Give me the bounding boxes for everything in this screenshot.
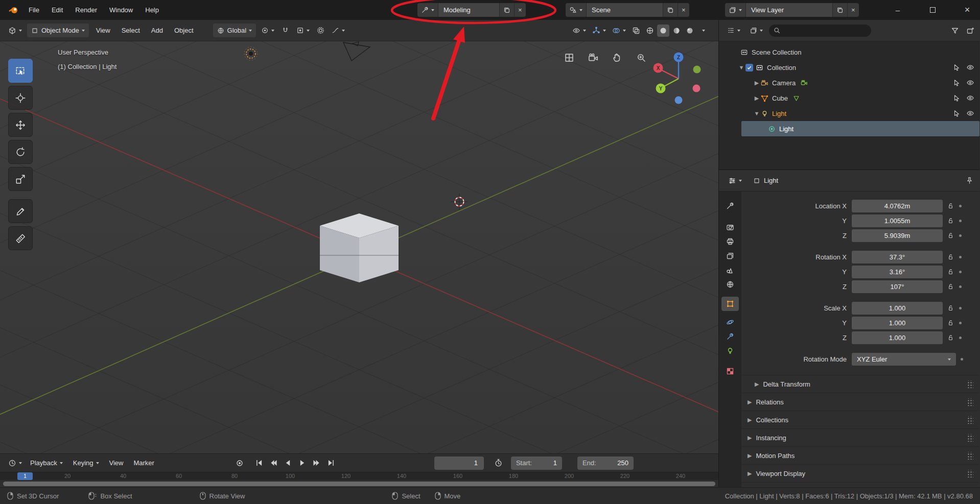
menu-edit[interactable]: Edit: [45, 0, 69, 20]
visibility-eye-icon[interactable]: [966, 94, 974, 102]
search-input[interactable]: [783, 27, 860, 34]
stopwatch-icon[interactable]: [494, 459, 503, 467]
tab-scene[interactable]: [721, 263, 739, 277]
animate-dot[interactable]: [959, 322, 962, 324]
panel-delta-transform[interactable]: ▶ Delta Transform: [741, 375, 979, 393]
scale-z-input[interactable]: 1.000: [852, 331, 943, 344]
selectable-icon[interactable]: [953, 110, 960, 117]
outliner-row-camera[interactable]: ▶ Camera: [719, 75, 979, 90]
visibility-eye-icon[interactable]: [966, 63, 974, 71]
selectable-icon[interactable]: [953, 64, 960, 71]
window-close-button[interactable]: ×: [962, 5, 973, 15]
current-frame-field[interactable]: 1: [434, 457, 484, 470]
3d-viewport[interactable]: Z X Y User Perspective (1) Collection | …: [0, 41, 718, 453]
lock-open-icon[interactable]: [947, 203, 954, 209]
tab-world[interactable]: [721, 277, 739, 292]
lock-open-icon[interactable]: [947, 218, 954, 224]
play-reverse-button[interactable]: [282, 457, 294, 469]
previous-keyframe-button[interactable]: [267, 457, 280, 469]
timeline-playhead[interactable]: 1: [17, 472, 33, 480]
selectable-icon[interactable]: [953, 79, 960, 86]
scale-y-input[interactable]: 1.000: [852, 317, 943, 329]
overlays-selector[interactable]: [610, 23, 628, 37]
animate-dot[interactable]: [961, 358, 963, 361]
panel-viewport-display[interactable]: ▶ Viewport Display: [741, 464, 979, 482]
window-maximize-button[interactable]: [927, 6, 938, 14]
animate-dot[interactable]: [959, 234, 962, 237]
lock-open-icon[interactable]: [947, 320, 954, 326]
scale-x-input[interactable]: 1.000: [852, 302, 943, 315]
menu-file[interactable]: File: [22, 0, 45, 20]
visibility-eye-icon[interactable]: [966, 79, 974, 87]
scene-close-button[interactable]: ×: [678, 3, 689, 17]
outliner-row-scene-collection[interactable]: Scene Collection: [719, 44, 979, 60]
horizontal-scrollbar[interactable]: [0, 480, 718, 487]
menu-render[interactable]: Render: [69, 0, 103, 20]
animate-dot[interactable]: [959, 271, 962, 273]
menu-timeline-view[interactable]: View: [104, 459, 129, 467]
disclosure-closed-icon[interactable]: ▶: [753, 80, 761, 86]
snap-target-selector[interactable]: [294, 23, 312, 37]
animate-dot[interactable]: [959, 307, 962, 309]
panel-grip[interactable]: [967, 416, 973, 424]
shading-material-button[interactable]: [670, 25, 683, 37]
mode-selector[interactable]: Object Mode: [27, 23, 89, 37]
next-keyframe-button[interactable]: [310, 457, 323, 469]
workspace-name-field[interactable]: Modeling: [438, 3, 500, 17]
workspace-close-button[interactable]: ×: [515, 3, 526, 17]
panel-collections[interactable]: ▶ Collections: [741, 411, 979, 428]
outliner-search[interactable]: [769, 25, 871, 37]
snap-toggle[interactable]: [279, 23, 292, 37]
blender-logo-icon[interactable]: [8, 6, 19, 14]
disclosure-open-icon[interactable]: ▼: [737, 64, 745, 70]
menu-view[interactable]: View: [91, 27, 115, 34]
outliner-editor-type-button[interactable]: [725, 23, 743, 37]
panel-grip[interactable]: [967, 452, 973, 460]
object-visibility-selector[interactable]: [570, 23, 589, 37]
lock-open-icon[interactable]: [947, 283, 954, 290]
tool-cursor[interactable]: [8, 86, 33, 110]
xray-toggle[interactable]: [629, 23, 643, 37]
pivot-point-selector[interactable]: [259, 23, 277, 37]
proportional-falloff-selector[interactable]: [329, 23, 347, 37]
animate-dot[interactable]: [959, 256, 962, 258]
shading-wireframe-button[interactable]: [644, 25, 656, 37]
selectable-icon[interactable]: [953, 94, 960, 102]
toggle-ortho-icon[interactable]: [562, 51, 576, 64]
pan-view-icon[interactable]: [610, 51, 624, 64]
tool-select-box[interactable]: [8, 59, 33, 83]
lock-open-icon[interactable]: [947, 232, 954, 239]
scrollbar-thumb[interactable]: [3, 482, 715, 486]
properties-editor-type-button[interactable]: [726, 174, 744, 187]
outliner-row-light[interactable]: ▼ Light: [719, 106, 979, 121]
tab-object-data[interactable]: [721, 344, 739, 358]
editor-type-button[interactable]: [6, 23, 25, 37]
timeline-ruler[interactable]: 1 20 40 60 80 100 120 140 160 180 200 22…: [0, 472, 718, 480]
frame-start-field[interactable]: Start: 1: [511, 457, 562, 470]
menu-window[interactable]: Window: [103, 0, 139, 20]
menu-help[interactable]: Help: [139, 0, 165, 20]
frame-end-field[interactable]: End: 250: [577, 457, 634, 470]
view-layer-name-field[interactable]: View Layer: [746, 3, 833, 17]
rotation-mode-select[interactable]: XYZ Euler: [852, 353, 956, 366]
panel-grip[interactable]: [967, 380, 973, 388]
visibility-eye-icon[interactable]: [966, 109, 974, 117]
jump-to-start-button[interactable]: [253, 457, 266, 469]
disclosure-open-icon[interactable]: ▼: [753, 110, 761, 116]
view-layer-duplicate-button[interactable]: [833, 3, 848, 17]
panel-instancing[interactable]: ▶ Instancing: [741, 428, 979, 446]
tool-scale[interactable]: [8, 167, 33, 191]
scene-duplicate-button[interactable]: [663, 3, 678, 17]
tool-annotate[interactable]: [8, 199, 33, 223]
menu-add[interactable]: Add: [146, 27, 168, 34]
menu-playback[interactable]: Playback: [25, 459, 68, 467]
lock-open-icon[interactable]: [947, 305, 954, 311]
collection-checkbox[interactable]: [745, 64, 753, 71]
animate-dot[interactable]: [959, 285, 962, 288]
auto-keying-toggle[interactable]: [234, 457, 246, 469]
outliner-display-mode-button[interactable]: [747, 23, 765, 37]
pin-icon[interactable]: [966, 177, 973, 184]
tab-view-layer[interactable]: [721, 249, 739, 263]
timeline-editor-type-button[interactable]: [6, 456, 25, 470]
animate-dot[interactable]: [959, 220, 962, 222]
